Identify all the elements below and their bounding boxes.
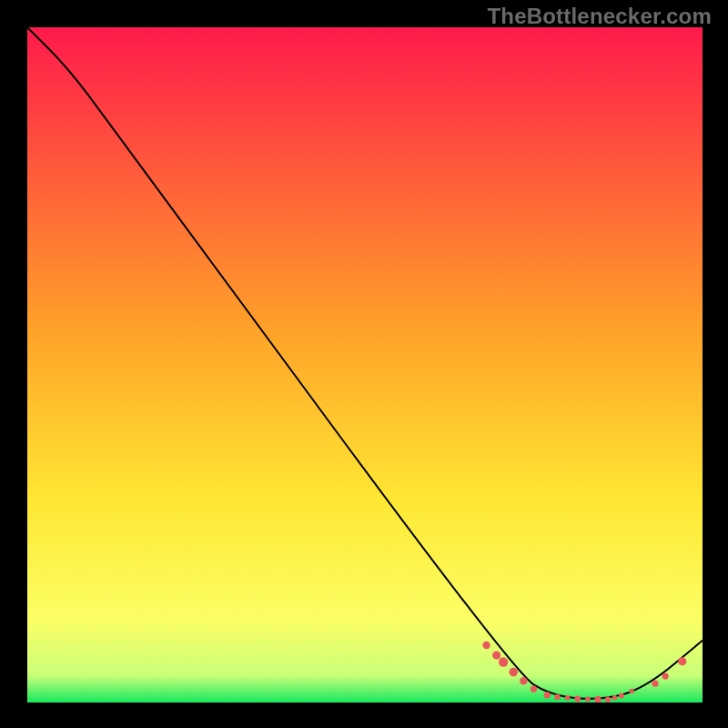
data-marker bbox=[565, 695, 571, 701]
data-marker bbox=[652, 681, 658, 687]
data-marker bbox=[554, 694, 560, 700]
data-marker bbox=[492, 651, 500, 659]
data-marker bbox=[629, 689, 633, 693]
data-marker bbox=[605, 696, 611, 702]
data-marker bbox=[544, 692, 551, 698]
data-marker bbox=[482, 642, 490, 649]
data-marker bbox=[662, 672, 669, 679]
data-marker bbox=[520, 677, 527, 684]
data-marker bbox=[499, 657, 508, 666]
chart-background bbox=[27, 27, 703, 703]
bottleneck-chart bbox=[27, 27, 703, 703]
chart-frame: TheBottlenecker.com bbox=[0, 0, 728, 728]
data-marker bbox=[585, 696, 591, 702]
data-marker bbox=[509, 668, 518, 677]
attribution-label: TheBottlenecker.com bbox=[487, 4, 712, 29]
data-marker bbox=[619, 693, 624, 699]
data-marker bbox=[612, 695, 617, 700]
data-marker bbox=[574, 696, 581, 703]
data-marker bbox=[531, 686, 537, 693]
data-marker bbox=[678, 657, 686, 665]
